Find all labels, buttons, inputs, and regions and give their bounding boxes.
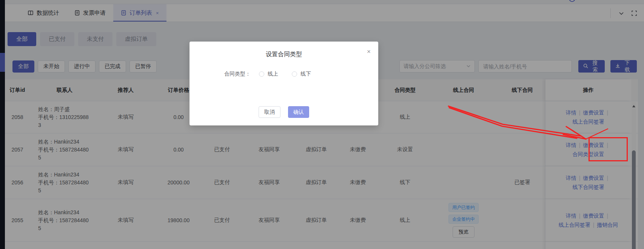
dialog-title: 设置合同类型 [190, 42, 378, 59]
radio-label: 线下 [300, 71, 311, 77]
radio-circle-icon[interactable] [259, 71, 264, 77]
contract-type-field-label: 合同类型： [224, 71, 251, 77]
dialog-body: 合同类型： 线上 线下 [224, 71, 378, 77]
radio-contract-offline[interactable]: 线下 [292, 71, 311, 77]
order-management-screen: 数据统计发票申请订单列表× 全部已支付未支付虚拟订单 全部未开始进行中已完成已暂… [0, 0, 644, 249]
confirm-button[interactable]: 确认 [288, 106, 309, 118]
cancel-button[interactable]: 取消 [259, 106, 280, 118]
radio-label: 线上 [268, 71, 278, 77]
set-contract-type-dialog: 设置合同类型 × 合同类型： 线上 线下 取消 确认 [190, 42, 378, 125]
radio-circle-icon[interactable] [292, 71, 297, 77]
radio-contract-online[interactable]: 线上 [259, 71, 278, 77]
dialog-footer: 取消 确认 [190, 106, 378, 118]
close-icon[interactable]: × [367, 48, 371, 55]
